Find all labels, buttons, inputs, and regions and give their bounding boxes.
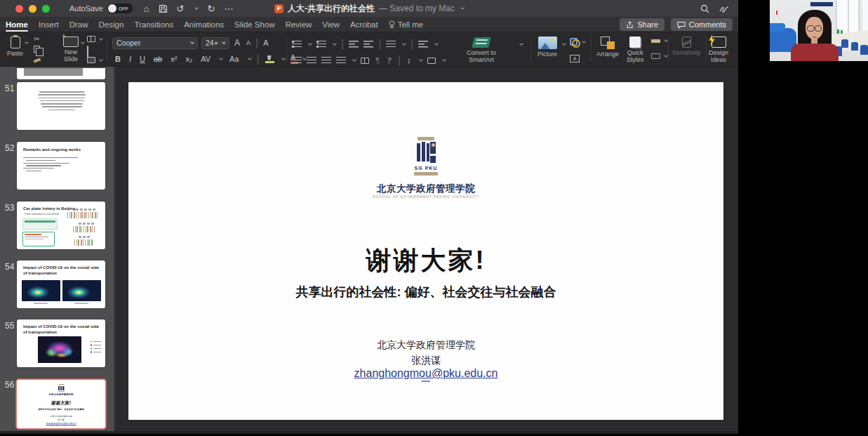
tab-tell-me[interactable]: Tell me bbox=[389, 17, 423, 32]
slide-affiliation[interactable]: 北京大学政府管理学院 bbox=[128, 339, 723, 352]
more-commands-icon[interactable]: ⋯ bbox=[224, 4, 233, 13]
title-dropdown-icon[interactable] bbox=[460, 6, 465, 10]
text-direction-icon[interactable]: ↕ bbox=[406, 56, 413, 65]
align-right-icon[interactable] bbox=[321, 57, 331, 64]
search-icon[interactable] bbox=[700, 4, 709, 13]
save-icon[interactable] bbox=[159, 4, 168, 13]
sgpku-logo[interactable]: SG PKU bbox=[414, 137, 438, 178]
thumbnail-slide-51[interactable] bbox=[17, 82, 105, 130]
change-case-dropdown-icon[interactable] bbox=[248, 56, 252, 60]
shapes-button[interactable] bbox=[570, 38, 585, 46]
change-case-button[interactable]: Aa bbox=[228, 55, 240, 63]
picture-button[interactable]: Picture bbox=[538, 37, 557, 58]
increase-indent-icon[interactable] bbox=[363, 41, 373, 48]
thumbnail-slide-53[interactable]: Car plate lottery in Beijing - From indi… bbox=[17, 202, 105, 249]
scribble-icon[interactable] bbox=[719, 4, 730, 13]
font-size-select[interactable]: 24+ bbox=[201, 37, 229, 49]
font-name-select[interactable]: Cooper bbox=[112, 37, 198, 49]
text-direction-dropdown-icon[interactable] bbox=[419, 58, 423, 62]
thumbnail-slide-55[interactable]: Impact of COVID-19 on the social side of… bbox=[17, 319, 105, 367]
smartart-dropdown-icon[interactable] bbox=[519, 41, 523, 46]
close-window-button[interactable] bbox=[15, 5, 23, 13]
align-text-dropdown-icon[interactable] bbox=[442, 58, 446, 62]
paste-button[interactable]: Paste bbox=[7, 37, 23, 57]
thumbnail-slide-50-partial[interactable] bbox=[17, 68, 105, 79]
tab-animations[interactable]: Animations bbox=[184, 17, 224, 32]
copy-icon[interactable] bbox=[34, 46, 40, 53]
tab-design[interactable]: Design bbox=[99, 17, 124, 32]
quick-styles-button[interactable]: Quick Styles bbox=[627, 37, 644, 64]
share-button[interactable]: Share bbox=[620, 18, 664, 31]
tab-view[interactable]: View bbox=[322, 17, 340, 32]
bold-button[interactable]: B bbox=[114, 55, 122, 63]
slide-author[interactable]: 张洪谋 bbox=[128, 355, 723, 367]
align-left-icon[interactable] bbox=[292, 57, 302, 64]
undo-icon[interactable]: ↺ bbox=[177, 4, 185, 13]
current-slide[interactable]: SG PKU 北京大学政府管理学院 SCHOOL OF GOVERNMENT P… bbox=[128, 82, 723, 420]
tab-review[interactable]: Review bbox=[286, 17, 312, 32]
highlight-dropdown-icon[interactable] bbox=[281, 56, 286, 60]
text-box-button[interactable]: A bbox=[570, 55, 580, 62]
justify-dropdown-icon[interactable] bbox=[352, 58, 356, 62]
line-spacing-icon[interactable] bbox=[386, 41, 396, 48]
arrange-button[interactable]: Arrange bbox=[596, 37, 619, 58]
section-button[interactable] bbox=[87, 57, 102, 63]
paste-dropdown-icon[interactable] bbox=[25, 40, 29, 44]
picture-dropdown-icon[interactable] bbox=[562, 41, 566, 46]
slide-layout-button[interactable] bbox=[87, 36, 102, 42]
line-spacing-dropdown-icon[interactable] bbox=[402, 41, 406, 46]
decrease-indent-icon[interactable] bbox=[349, 41, 359, 48]
zoom-window-button[interactable] bbox=[42, 5, 50, 13]
bullets-dropdown-icon[interactable] bbox=[308, 41, 312, 46]
underline-button[interactable]: U bbox=[138, 55, 147, 63]
shrink-font-button[interactable]: A bbox=[245, 39, 252, 46]
bullets-icon[interactable] bbox=[292, 41, 302, 48]
clear-formatting-button[interactable]: A bbox=[262, 39, 269, 47]
new-slide-button[interactable]: New Slide bbox=[59, 37, 83, 63]
thumbnail-slide-56-selected[interactable]: 北京大学政府管理学院 谢谢大家! 共享出行的社会性: 偏好、社会交往与社会融合 … bbox=[15, 378, 107, 430]
format-painter-icon[interactable] bbox=[34, 58, 41, 62]
webcam-video-tile[interactable] bbox=[770, 0, 868, 61]
numbering-dropdown-icon[interactable] bbox=[333, 41, 337, 46]
superscript-button[interactable]: x² bbox=[169, 55, 178, 63]
home-icon[interactable]: ⌂ bbox=[144, 4, 149, 13]
strikethrough-button[interactable]: ab bbox=[152, 55, 163, 63]
character-spacing-dropdown-icon[interactable] bbox=[219, 56, 223, 60]
shape-fill-button[interactable] bbox=[651, 34, 667, 43]
email-link[interactable]: zhanghongmou@pku.edu.cn bbox=[354, 367, 498, 379]
thumbnail-slide-54[interactable]: Impact of COVID-19 on the social side of… bbox=[17, 260, 105, 308]
slide-title[interactable]: 谢谢大家! bbox=[128, 244, 723, 278]
comments-button[interactable]: Comments bbox=[671, 18, 733, 31]
slide-thumbnail-panel[interactable]: 51 52 Remarks and ongoing works bbox=[0, 67, 115, 431]
minimize-window-button[interactable] bbox=[29, 5, 36, 13]
design-ideas-button[interactable]: Design Ideas bbox=[709, 37, 728, 64]
tab-home[interactable]: Home bbox=[6, 17, 28, 32]
align-center-icon[interactable] bbox=[307, 57, 316, 64]
shape-outline-button[interactable] bbox=[651, 53, 667, 59]
grow-font-button[interactable]: A bbox=[233, 38, 241, 48]
undo-dropdown-icon[interactable] bbox=[195, 6, 199, 10]
thumbnail-slide-52[interactable]: Remarks and ongoing works bbox=[17, 142, 105, 190]
highlight-color-icon[interactable] bbox=[265, 55, 274, 63]
columns-dropdown-icon[interactable] bbox=[435, 41, 439, 46]
tab-acrobat[interactable]: Acrobat bbox=[350, 17, 378, 32]
numbering-icon[interactable] bbox=[316, 41, 326, 48]
tab-draw[interactable]: Draw bbox=[69, 17, 88, 32]
rtl-paragraph-icon[interactable]: ¶ bbox=[386, 56, 393, 65]
character-spacing-button[interactable]: AV bbox=[199, 55, 212, 63]
subscript-button[interactable]: x₂ bbox=[184, 55, 194, 63]
cut-icon[interactable]: ✂ bbox=[34, 36, 39, 43]
align-text-icon[interactable] bbox=[427, 58, 436, 64]
school-name-cn[interactable]: 北京大学政府管理学院 bbox=[128, 183, 723, 195]
distribute-icon[interactable] bbox=[361, 58, 369, 64]
italic-button[interactable]: I bbox=[128, 55, 133, 63]
tab-slide-show[interactable]: Slide Show bbox=[234, 17, 275, 32]
autosave-toggle[interactable]: OFF bbox=[107, 4, 133, 13]
tab-insert[interactable]: Insert bbox=[39, 17, 59, 32]
ltr-paragraph-icon[interactable]: ¶ bbox=[374, 56, 381, 65]
redo-icon[interactable]: ↻ bbox=[207, 4, 215, 13]
slide-subtitle[interactable]: 共享出行的社会性: 偏好、社会交往与社会融合 bbox=[128, 284, 723, 300]
tab-transitions[interactable]: Transitions bbox=[134, 17, 173, 32]
convert-to-smartart-button[interactable]: Convert to SmartArt bbox=[460, 37, 503, 64]
columns-icon[interactable] bbox=[418, 41, 428, 48]
